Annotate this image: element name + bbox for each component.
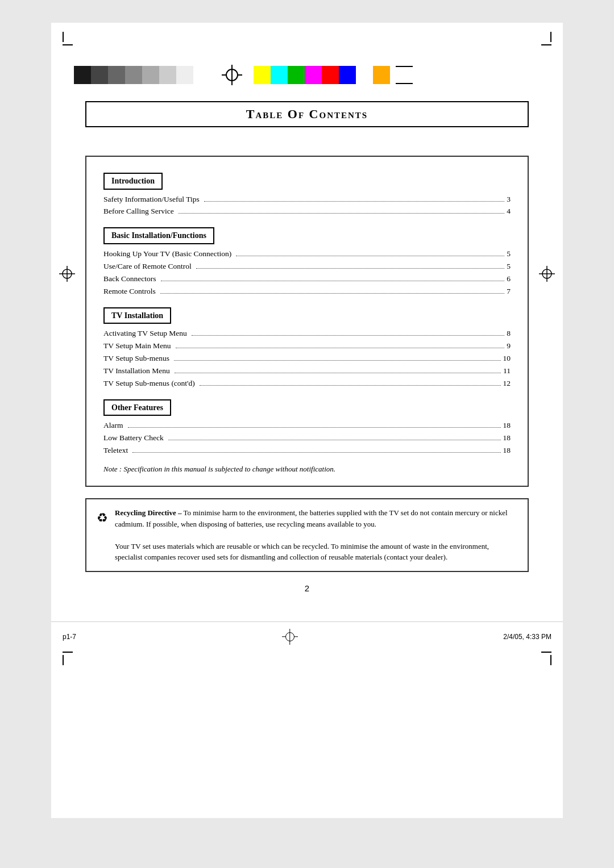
toc-entry: Alarm18 xyxy=(103,420,511,431)
header-area xyxy=(51,23,563,95)
color-block xyxy=(356,66,373,84)
footer-crosshair xyxy=(282,629,298,645)
grayscale-block xyxy=(74,66,91,84)
toc-entry-title: TV Setup Sub-menus xyxy=(103,353,169,364)
recycle-icon: ♻ xyxy=(97,508,108,527)
title-wrapper: Table Of Contents xyxy=(85,101,529,144)
toc-entry: Back Connectors6 xyxy=(103,274,511,285)
toc-page-number: 8 xyxy=(507,328,511,339)
toc-box: IntroductionSafety Information/Useful Ti… xyxy=(85,156,529,487)
grayscale-blocks xyxy=(74,66,193,84)
footer-crosshair-circle xyxy=(285,632,294,641)
toc-section-introduction: IntroductionSafety Information/Useful Ti… xyxy=(103,168,511,217)
toc-section-other-features: Other FeaturesAlarm18Low Battery Check18… xyxy=(103,395,511,456)
crosshair-circle xyxy=(226,69,238,81)
color-block xyxy=(305,66,322,84)
toc-entry-title: Use/Care of Remote Control xyxy=(103,261,192,272)
toc-dots xyxy=(196,268,504,269)
toc-entry-title: Low Battery Check xyxy=(103,433,164,444)
color-block xyxy=(373,66,390,84)
grayscale-block xyxy=(142,66,159,84)
toc-dots xyxy=(192,335,504,336)
toc-entry: Hooking Up Your TV (Basic Connection)5 xyxy=(103,249,511,260)
toc-dots xyxy=(204,201,505,202)
corner-line-br-h xyxy=(541,652,551,653)
color-block xyxy=(339,66,356,84)
corner-line-tl-v xyxy=(63,32,64,42)
recycling-box: ♻ Recycling Directive – To minimise harm… xyxy=(85,498,529,572)
toc-page-number: 7 xyxy=(507,286,511,297)
top-marks xyxy=(63,32,551,45)
page-title: Table Of Contents xyxy=(85,101,529,127)
h-line-1 xyxy=(396,66,413,67)
toc-page-number: 5 xyxy=(507,261,511,272)
toc-page-number: 18 xyxy=(503,420,511,431)
toc-dots xyxy=(175,373,501,373)
toc-dots xyxy=(179,213,505,214)
toc-entry: Teletext18 xyxy=(103,445,511,456)
toc-page-number: 3 xyxy=(507,194,511,205)
toc-entry: Low Battery Check18 xyxy=(103,433,511,444)
page-number: 2 xyxy=(85,583,529,593)
toc-entry-title: TV Setup Main Menu xyxy=(103,341,171,352)
color-block xyxy=(271,66,288,84)
grayscale-block xyxy=(125,66,142,84)
toc-dots xyxy=(236,256,504,256)
toc-entry-title: Teletext xyxy=(103,445,128,456)
toc-page-number: 10 xyxy=(503,353,511,364)
page: Table Of Contents IntroductionSafety Inf… xyxy=(51,23,563,818)
toc-page-number: 5 xyxy=(507,249,511,260)
grayscale-block xyxy=(91,66,108,84)
toc-page-number: 18 xyxy=(503,433,511,444)
recycling-paragraph2: Your TV set uses materials which are reu… xyxy=(115,542,489,562)
toc-entry: Safety Information/Useful Tips3 xyxy=(103,194,511,205)
toc-dots xyxy=(200,385,501,386)
side-mark-left xyxy=(59,266,75,282)
toc-dots xyxy=(176,348,505,348)
toc-entry-title: Before Calling Service xyxy=(103,206,174,217)
toc-entry: TV Setup Sub-menus10 xyxy=(103,353,511,364)
footer-left: p1-7 xyxy=(63,633,76,641)
recycling-text: Recycling Directive – To minimise harm t… xyxy=(115,507,517,563)
color-blocks xyxy=(254,66,390,84)
grayscale-block xyxy=(176,66,193,84)
center-crosshair xyxy=(222,65,242,85)
toc-entry-title: Alarm xyxy=(103,420,123,431)
side-mark-right xyxy=(539,266,555,282)
toc-dots xyxy=(174,360,500,361)
toc-entry-title: TV Installation Menu xyxy=(103,366,170,377)
toc-page-number: 4 xyxy=(507,206,511,217)
main-content: Table Of Contents IntroductionSafety Inf… xyxy=(51,95,563,616)
toc-entry-title: Remote Controls xyxy=(103,286,156,297)
bottom-marks xyxy=(51,652,563,671)
color-block xyxy=(322,66,339,84)
h-line-2 xyxy=(396,83,413,84)
section-header-introduction: Introduction xyxy=(103,173,163,190)
corner-line-br-v xyxy=(550,655,551,665)
toc-dots xyxy=(160,293,504,294)
toc-section-tv-installation: TV InstallationActivating TV Setup Menu8… xyxy=(103,303,511,389)
footer-right: 2/4/05, 4:33 PM xyxy=(503,633,551,641)
grayscale-block xyxy=(108,66,125,84)
section-header-other-features: Other Features xyxy=(103,399,171,416)
toc-page-number: 6 xyxy=(507,274,511,285)
toc-entry: TV Setup Sub-menus (cont'd)12 xyxy=(103,378,511,389)
toc-page-number: 18 xyxy=(503,445,511,456)
toc-entry: Use/Care of Remote Control5 xyxy=(103,261,511,272)
toc-entry: TV Installation Menu11 xyxy=(103,366,511,377)
section-header-tv-installation: TV Installation xyxy=(103,307,171,324)
toc-entry: TV Setup Main Menu9 xyxy=(103,341,511,352)
corner-mark-tl xyxy=(63,32,73,45)
toc-dots xyxy=(168,440,501,440)
corner-line-tr-h xyxy=(541,44,551,45)
toc-page-number: 12 xyxy=(503,378,511,389)
right-line-marks xyxy=(396,66,413,84)
corner-line-tr-v xyxy=(550,32,551,42)
toc-entry: Activating TV Setup Menu8 xyxy=(103,328,511,339)
color-block xyxy=(288,66,305,84)
toc-entry-title: Back Connectors xyxy=(103,274,156,285)
section-header-basic-installation: Basic Installation/Functions xyxy=(103,227,214,244)
corner-mark-tr xyxy=(541,32,551,45)
toc-entry-title: Activating TV Setup Menu xyxy=(103,328,187,339)
corner-mark-br xyxy=(541,652,551,665)
